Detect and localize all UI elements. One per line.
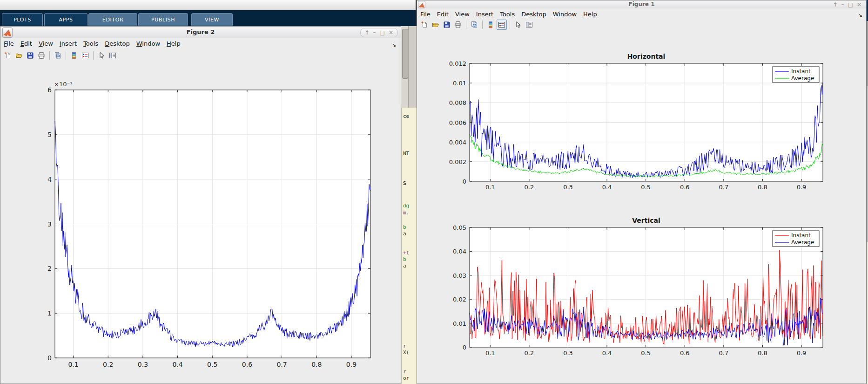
- editor-code-fragment: m.: [403, 210, 409, 216]
- x-tick-label: 0.4: [172, 361, 182, 368]
- figure2-menubar: FileEditViewInsertToolsDesktopWindowHelp…: [0, 38, 401, 49]
- y-tick-label: 0.002: [449, 158, 466, 165]
- toolbar-separator: [510, 21, 510, 29]
- dock-figure-button[interactable]: ↑: [833, 1, 838, 8]
- menu-file[interactable]: File: [0, 38, 17, 49]
- save-figure-icon[interactable]: [25, 50, 35, 61]
- figure2-canvas: 0.10.20.30.40.50.60.70.80.90123456×10⁻³: [0, 62, 401, 384]
- y-tick-label: 5: [47, 131, 52, 138]
- plot-title: Horizontal: [627, 53, 666, 60]
- ribbon-tab-apps[interactable]: APPS: [44, 13, 87, 26]
- minimize-button[interactable]: –: [841, 1, 844, 8]
- dock-figure-button[interactable]: ↑: [365, 29, 370, 36]
- y-tick-label: 0.03: [453, 272, 466, 279]
- legend-vertical[interactable]: InstantAverage: [773, 231, 819, 247]
- x-tick-label: 0.4: [602, 184, 612, 191]
- menu-edit[interactable]: Edit: [17, 38, 35, 49]
- menu-window[interactable]: Window: [133, 38, 163, 49]
- x-tick-label: 0.1: [485, 350, 495, 357]
- y-tick-label: 3: [47, 220, 52, 228]
- x-tick-label: 0.5: [641, 350, 651, 357]
- x-tick-label: 0.3: [563, 184, 573, 191]
- x-tick-label: 0.6: [242, 361, 252, 368]
- ribbon-tab-editor[interactable]: EDITOR: [88, 13, 137, 26]
- close-button[interactable]: ✕: [389, 29, 393, 36]
- plot-tools-icon[interactable]: [108, 50, 118, 61]
- y-tick-label: 2: [47, 265, 52, 272]
- ribbon-tab-view[interactable]: VIEW: [191, 13, 233, 26]
- x-tick-label: 0.3: [563, 350, 573, 357]
- maximize-button[interactable]: □: [848, 1, 853, 8]
- y-axis-exponent: ×10⁻³: [54, 81, 73, 88]
- plot-title: Vertical: [632, 217, 660, 224]
- menu-desktop[interactable]: Desktop: [518, 9, 550, 20]
- editor-code-fragment: r: [403, 343, 406, 349]
- legend-label: Instant: [791, 232, 811, 239]
- plot-tools-icon[interactable]: [524, 20, 534, 30]
- menu-help[interactable]: Help: [580, 9, 600, 20]
- menu-window[interactable]: Window: [550, 9, 580, 20]
- menu-insert[interactable]: Insert: [56, 38, 80, 49]
- insert-legend-icon[interactable]: [80, 50, 90, 61]
- figure2-window: Figure 2 ↑–□✕ FileEditViewInsertToolsDes…: [0, 26, 401, 384]
- close-button[interactable]: ✕: [857, 1, 861, 8]
- y-tick-label: 0: [463, 178, 466, 185]
- legend-horizontal[interactable]: InstantAverage: [773, 67, 819, 82]
- save-figure-icon[interactable]: [442, 20, 452, 30]
- legend-label: Average: [791, 239, 814, 246]
- menu-view[interactable]: View: [35, 38, 56, 49]
- x-tick-label: 0.1: [68, 361, 78, 368]
- figure1-titlebar[interactable]: Figure 1 ↑–□✕: [417, 0, 866, 9]
- x-tick-label: 0.7: [276, 361, 287, 368]
- new-document-icon[interactable]: [419, 20, 430, 30]
- open-file-icon[interactable]: [14, 50, 24, 61]
- x-tick-label: 0.9: [797, 350, 807, 357]
- menu-view[interactable]: View: [452, 9, 473, 20]
- open-file-icon[interactable]: [431, 20, 441, 30]
- menu-file[interactable]: File: [417, 9, 434, 20]
- print-figure-icon[interactable]: [36, 50, 47, 61]
- print-figure-icon[interactable]: [453, 20, 463, 30]
- axes-vertical: 0.10.20.30.40.50.60.70.80.900.010.020.03…: [453, 217, 823, 357]
- x-tick-label: 0.6: [680, 184, 690, 191]
- y-tick-label: 0.01: [453, 80, 466, 87]
- editor-code-fragment: a: [403, 263, 406, 269]
- figure1-toolbar: [417, 19, 866, 31]
- editor-scrollbar[interactable]: [401, 26, 409, 108]
- menu-tools[interactable]: Tools: [80, 38, 101, 49]
- figure2-titlebar[interactable]: Figure 2 ↑–□✕: [0, 27, 401, 38]
- x-tick-label: 0.9: [797, 184, 807, 191]
- editor-scrollbar-thumb[interactable]: [402, 29, 408, 79]
- link-plot-icon[interactable]: [53, 50, 63, 61]
- menu-tools[interactable]: Tools: [497, 9, 518, 20]
- insert-colorbar-icon[interactable]: [69, 50, 79, 61]
- y-tick-label: 0.02: [453, 296, 466, 303]
- figure2-title: Figure 2: [0, 28, 401, 35]
- figure1-title: Figure 1: [417, 1, 866, 7]
- insert-legend-icon[interactable]: [497, 20, 507, 30]
- menu-insert[interactable]: Insert: [473, 9, 497, 20]
- insert-colorbar-icon[interactable]: [485, 20, 496, 30]
- x-tick-label: 0.2: [525, 350, 534, 357]
- ribbon-tab-plots[interactable]: PLOTS: [2, 13, 43, 26]
- x-tick-label: 0.2: [525, 184, 534, 191]
- editor-code-fragment: r: [403, 369, 406, 375]
- maximize-button[interactable]: □: [380, 29, 385, 36]
- y-tick-label: 6: [47, 86, 52, 94]
- menu-help[interactable]: Help: [163, 38, 184, 49]
- link-plot-icon[interactable]: [469, 20, 479, 30]
- menu-desktop[interactable]: Desktop: [101, 38, 133, 49]
- legend-label: Instant: [791, 68, 811, 75]
- y-tick-label: 0.006: [449, 119, 466, 126]
- legend-label: Average: [791, 75, 814, 82]
- x-tick-label: 0.8: [758, 350, 767, 357]
- menu-edit[interactable]: Edit: [434, 9, 452, 20]
- ribbon-tab-publish[interactable]: PUBLISH: [138, 13, 188, 26]
- minimize-button[interactable]: –: [373, 29, 376, 36]
- toolbar-separator: [482, 21, 483, 29]
- figure2-toolbar: [0, 49, 401, 62]
- y-tick-label: 0: [463, 344, 466, 351]
- edit-plot-icon[interactable]: [96, 50, 107, 61]
- edit-plot-icon[interactable]: [513, 20, 523, 30]
- new-document-icon[interactable]: [3, 50, 13, 61]
